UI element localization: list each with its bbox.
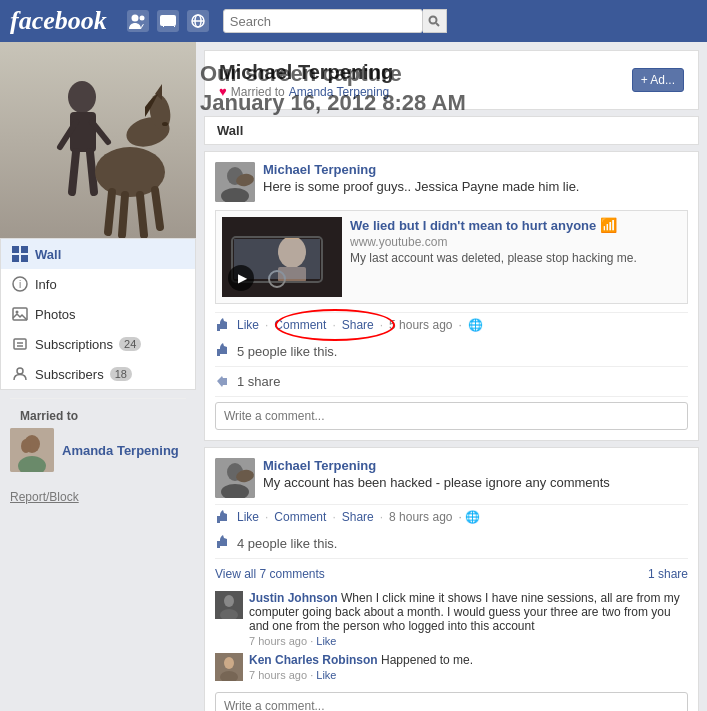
post-2-time: 8 hours ago xyxy=(389,510,452,524)
subscriptions-icon xyxy=(11,335,29,353)
sidebar-photos-label: Photos xyxy=(35,307,75,322)
signal-icon: 📶 xyxy=(600,217,617,233)
profile-photo xyxy=(0,42,196,238)
post-1-header: Michael Terpening Here is some proof guy… xyxy=(215,162,688,202)
svg-point-6 xyxy=(430,17,437,24)
top-navigation: facebook xyxy=(0,0,707,42)
comment-2-body: Ken Charles Robinson Happened to me. 7 h… xyxy=(249,653,688,681)
report-block-link[interactable]: Report/Block xyxy=(0,480,196,514)
video-desc: My last account was deleted, please stop… xyxy=(350,251,681,265)
post-1-actions: Like · Comment · Share · 5 hours ago · 🌐 xyxy=(215,312,688,337)
comment-2-author[interactable]: Ken Charles Robinson xyxy=(249,653,378,667)
post-2-privacy-icon: · 🌐 xyxy=(458,510,480,524)
post-1: Michael Terpening Here is some proof guy… xyxy=(204,151,699,441)
svg-point-39 xyxy=(21,439,31,453)
comment-2-meta: 7 hours ago · Like xyxy=(249,669,688,681)
comment-2-time: 7 hours ago xyxy=(249,669,307,681)
svg-rect-24 xyxy=(12,246,19,253)
post-1-shares-text: 1 share xyxy=(237,374,280,389)
post-1-time: 5 hours ago xyxy=(389,318,452,332)
svg-line-22 xyxy=(140,195,144,235)
post-2-share-button[interactable]: Share xyxy=(342,510,374,524)
share-icon xyxy=(215,372,231,391)
married-to-person: Amanda Terpening xyxy=(10,428,186,472)
friends-icon[interactable] xyxy=(127,10,149,32)
post-1-meta: Michael Terpening Here is some proof guy… xyxy=(263,162,579,202)
sidebar-item-subscribers[interactable]: Subscribers 18 xyxy=(1,359,195,389)
post-1-video: ▶ We lied but I didn't mean to hurt anyo… xyxy=(215,210,688,304)
comment-2-avatar xyxy=(215,653,243,681)
svg-point-1 xyxy=(139,16,144,21)
thumbs-up-icon-2 xyxy=(215,534,231,553)
add-friend-button[interactable]: + Ad... xyxy=(632,68,684,92)
svg-rect-10 xyxy=(70,112,96,152)
svg-rect-32 xyxy=(14,339,26,349)
post-2-share-count[interactable]: 1 share xyxy=(648,567,688,581)
play-button[interactable]: ▶ xyxy=(228,265,254,291)
search-button[interactable] xyxy=(423,9,447,33)
sidebar-subscribers-label: Subscribers xyxy=(35,367,104,382)
sidebar-item-photos[interactable]: Photos xyxy=(1,299,195,329)
video-title: We lied but I didn't mean to hurt anyone… xyxy=(350,217,681,233)
svg-point-9 xyxy=(68,81,96,113)
post-1-comment-input-row xyxy=(215,397,688,430)
subscriptions-badge: 24 xyxy=(119,337,141,351)
post-2-like-button[interactable]: Like xyxy=(237,510,259,524)
subscribers-icon xyxy=(11,365,29,383)
search-input[interactable] xyxy=(223,9,423,33)
sidebar-info-label: Info xyxy=(35,277,57,292)
sidebar-nav: Wall i Info xyxy=(0,238,196,390)
like-icon-area xyxy=(215,317,231,333)
post-2: Michael Terpening My account has been ha… xyxy=(204,447,699,711)
svg-point-17 xyxy=(162,122,168,126)
comment-2-like-link[interactable]: Like xyxy=(316,669,336,681)
sidebar-wall-label: Wall xyxy=(35,247,61,262)
globe-icon[interactable] xyxy=(187,10,209,32)
post-2-header: Michael Terpening My account has been ha… xyxy=(215,458,688,498)
comment-2-text: Happened to me. xyxy=(381,653,473,667)
post-2-comment-input[interactable] xyxy=(215,692,688,711)
post-1-like-button[interactable]: Like xyxy=(237,318,259,332)
post-2-author[interactable]: Michael Terpening xyxy=(263,458,610,473)
video-thumbnail[interactable]: ▶ xyxy=(222,217,342,297)
like-icon-area-2 xyxy=(215,509,231,525)
video-info: We lied but I didn't mean to hurt anyone… xyxy=(350,217,681,297)
sidebar-item-info[interactable]: i Info xyxy=(1,269,195,299)
add-friend-label: + Ad... xyxy=(641,73,675,87)
comment-1-body: Justin Johnson When I click mine it show… xyxy=(249,591,688,647)
view-all-comments-link[interactable]: View all 7 comments xyxy=(215,567,325,581)
svg-rect-26 xyxy=(12,255,19,262)
profile-married: ♥ Married to Amanda Terpening xyxy=(219,84,393,99)
globe-privacy-icon: 🌐 xyxy=(468,318,483,332)
post-2-likes-text: 4 people like this. xyxy=(237,536,337,551)
messages-icon[interactable] xyxy=(157,10,179,32)
svg-line-20 xyxy=(108,192,112,232)
svg-text:i: i xyxy=(19,279,21,290)
video-url: www.youtube.com xyxy=(350,235,681,249)
info-icon: i xyxy=(11,275,29,293)
search-box xyxy=(223,9,447,33)
married-to-link[interactable]: Amanda Terpening xyxy=(289,85,390,99)
married-avatar xyxy=(10,428,54,472)
subscribers-badge: 18 xyxy=(110,367,132,381)
facebook-logo: facebook xyxy=(10,6,107,36)
post-2-actions: Like · Comment · Share · 8 hours ago · 🌐 xyxy=(215,504,688,529)
comment-1-author[interactable]: Justin Johnson xyxy=(249,591,338,605)
married-person-name[interactable]: Amanda Terpening xyxy=(62,443,179,458)
post-1-share-button[interactable]: Share xyxy=(342,318,374,332)
post-2-text: My account has been hacked - please igno… xyxy=(263,475,610,490)
wall-tab-label: Wall xyxy=(217,123,243,138)
svg-rect-25 xyxy=(21,246,28,253)
comment-1: Justin Johnson When I click mine it show… xyxy=(215,591,688,647)
post-1-author[interactable]: Michael Terpening xyxy=(263,162,579,177)
sidebar-item-wall[interactable]: Wall xyxy=(1,239,195,269)
post-1-comment-input[interactable] xyxy=(215,402,688,430)
post-1-privacy-icon: · xyxy=(458,318,461,332)
post-2-comment-button[interactable]: Comment xyxy=(274,510,326,524)
wall-tab: Wall xyxy=(204,116,699,145)
comment-1-like-link[interactable]: Like xyxy=(316,635,336,647)
svg-line-7 xyxy=(436,23,439,26)
svg-point-59 xyxy=(224,657,234,669)
post-1-comment-button[interactable]: Comment xyxy=(274,318,326,332)
sidebar-item-subscriptions[interactable]: Subscriptions 24 xyxy=(1,329,195,359)
